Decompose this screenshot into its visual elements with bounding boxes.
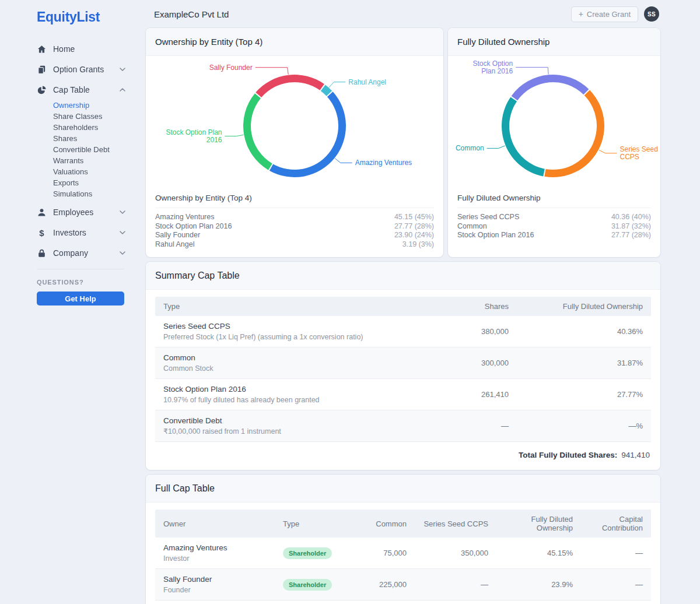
row-shares: 380,000: [388, 322, 517, 341]
column-header: Fully Diluted Ownership: [496, 510, 581, 538]
column-header: Type: [275, 514, 354, 533]
legend-title: Ownership by Entity (Top 4): [155, 190, 434, 208]
sidebar-item-label: Home: [53, 44, 125, 54]
row-owner: Amazing Ventures: [163, 543, 267, 553]
sidebar-subitem-valuations[interactable]: Valuations: [53, 166, 125, 177]
sidebar-item-label: Investors: [53, 228, 120, 237]
legend-name: Rahul Angel: [155, 240, 194, 250]
card-title: Ownership by Entity (Top 4): [146, 28, 443, 56]
fully-diluted-ownership-card: Fully Diluted Ownership Stock OptionPlan…: [448, 28, 660, 257]
slice-label: Series SeedCCPS: [620, 145, 658, 161]
sidebar-item-label: Option Grants: [53, 65, 120, 74]
summary-cap-table: TypeSharesFully Diluted Ownership Series…: [155, 297, 651, 442]
row-owner: Sally Founder: [163, 574, 267, 584]
topbar-actions: +Create Grant SS: [571, 6, 659, 22]
label-line: [516, 67, 548, 74]
label-line: [256, 68, 289, 75]
sidebar-item-investors[interactable]: $Investors: [37, 225, 125, 240]
sidebar-subitem-exports[interactable]: Exports: [53, 177, 125, 188]
legend-row: Sally Founder23.90 (24%): [155, 231, 434, 240]
sidebar: EquityList HomeOption GrantsCap TableOwn…: [0, 0, 146, 604]
sidebar-divider: [37, 269, 124, 269]
row-type: Convertible Debt: [163, 416, 380, 426]
sidebar-subitem-simulations[interactable]: Simulations: [53, 188, 125, 199]
get-help-button[interactable]: Get Help: [37, 292, 124, 305]
donut-slice-series-seed-ccps[interactable]: [544, 90, 604, 177]
sidebar-item-home[interactable]: Home: [37, 41, 125, 57]
chart-legend: Ownership by Entity (Top 4) Amazing Vent…: [146, 190, 443, 257]
row-fdo: —%: [517, 416, 651, 436]
sidebar-item-option-grants[interactable]: Option Grants: [37, 62, 125, 77]
summary-table-row: Convertible Debt₹10,00,000 raised from 1…: [155, 410, 651, 441]
ownership-by-entity-card: Ownership by Entity (Top 4) Sally Founde…: [146, 28, 443, 257]
sidebar-subitem-shareholders[interactable]: Shareholders: [53, 122, 125, 133]
slice-label: Common: [456, 144, 484, 152]
table-header-row: OwnerTypeCommonSeries Seed CCPSFully Dil…: [155, 510, 651, 538]
ownership-by-entity-donut[interactable]: Sally FounderRahul AngelAmazing Ventures…: [146, 56, 443, 190]
app-logo: EquityList: [37, 9, 146, 25]
legend-name: Sally Founder: [155, 231, 200, 240]
sidebar-item-cap-table[interactable]: Cap Table: [37, 82, 125, 97]
row-shares: —: [388, 416, 517, 436]
sidebar-subitem-convertible-debt[interactable]: Convertible Debt: [53, 144, 125, 155]
legend-rows: Series Seed CCPS40.36 (40%)Common31.87 (…: [457, 213, 651, 240]
row-capital-contribution: —: [581, 543, 651, 563]
topbar: ExampleCo Pvt Ltd +Create Grant SS: [146, 0, 700, 28]
row-capital-contribution: —: [581, 575, 651, 594]
full-table-row: Stock Option Plan 2016 (Remaining)Option…: [155, 600, 651, 604]
legend-value: 27.77 (28%): [611, 231, 651, 240]
label-line: [329, 82, 345, 87]
sidebar-subitem-warrants[interactable]: Warrants: [53, 155, 125, 166]
row-shares: 300,000: [388, 353, 517, 373]
chevron-down-icon: [120, 251, 125, 255]
sidebar-sublist-cap-table: OwnershipShare ClassesShareholdersShares…: [53, 100, 125, 199]
legend-name: Amazing Ventures: [155, 213, 214, 222]
grants-icon: [37, 65, 47, 75]
sidebar-item-employees[interactable]: Employees: [37, 205, 125, 220]
sidebar-subitem-ownership[interactable]: Ownership: [53, 100, 125, 111]
chevron-down-icon: [120, 68, 125, 71]
chevron-down-icon: [120, 231, 125, 234]
avatar[interactable]: SS: [644, 6, 659, 22]
label-line: [335, 159, 352, 163]
donut-slice-stock-option-plan-2016[interactable]: [512, 75, 589, 100]
row-subtitle: Investor: [163, 554, 267, 563]
sidebar-subitem-share-classes[interactable]: Share Classes: [53, 111, 125, 122]
main-area: ExampleCo Pvt Ltd +Create Grant SS Owner…: [146, 0, 700, 604]
donut-slice-common[interactable]: [502, 97, 545, 176]
donut-slice-stock-option-plan-2016[interactable]: [243, 93, 272, 170]
create-grant-button[interactable]: +Create Grant: [571, 6, 638, 22]
fully-diluted-ownership-donut[interactable]: Stock OptionPlan 2016Series SeedCCPSComm…: [448, 56, 660, 190]
section-title: Full Cap Table: [146, 475, 660, 503]
row-type: Stock Option Plan 2016: [163, 384, 380, 394]
legend-row: Series Seed CCPS40.36 (40%): [457, 213, 651, 222]
sidebar-nav: HomeOption GrantsCap TableOwnershipShare…: [37, 41, 125, 261]
label-line: [599, 150, 617, 153]
summary-table-row: Stock Option Plan 201610.97% of fully di…: [155, 378, 651, 410]
lock-icon: [37, 248, 47, 258]
legend-value: 31.87 (32%): [611, 222, 651, 231]
chevron-up-icon: [120, 88, 125, 92]
donut-slice-amazing-ventures[interactable]: [270, 92, 346, 177]
row-subtitle: 10.97% of fully diluted has already been…: [163, 395, 380, 405]
content: Ownership by Entity (Top 4) Sally Founde…: [146, 28, 660, 604]
slice-label: Rahul Angel: [348, 78, 386, 86]
sidebar-subitem-shares[interactable]: Shares: [53, 133, 125, 144]
full-table-row: Sally FounderFounder Shareholder 225,000…: [155, 568, 651, 600]
sidebar-item-company[interactable]: Company: [37, 245, 125, 261]
label-line: [487, 146, 505, 149]
donut-slice-sally-founder[interactable]: [256, 75, 324, 97]
type-badge: Shareholder: [283, 579, 332, 591]
full-table-row: Amazing VenturesInvestor Shareholder 75,…: [155, 538, 651, 568]
company-name: ExampleCo Pvt Ltd: [154, 9, 229, 19]
row-common: 225,000: [354, 575, 415, 594]
row-common: 75,000: [354, 543, 415, 563]
total-value: 941,410: [621, 451, 650, 459]
legend-row: Stock Option Plan 201627.77 (28%): [155, 222, 434, 231]
legend-row: Amazing Ventures45.15 (45%): [155, 213, 434, 222]
legend-value: 23.90 (24%): [394, 231, 434, 240]
pie-icon: [37, 85, 47, 95]
plus-icon: +: [579, 10, 583, 18]
row-fdo: 31.87%: [517, 353, 651, 373]
summary-table-row: Series Seed CCPSPreferred Stock (1x Liq …: [155, 316, 651, 347]
